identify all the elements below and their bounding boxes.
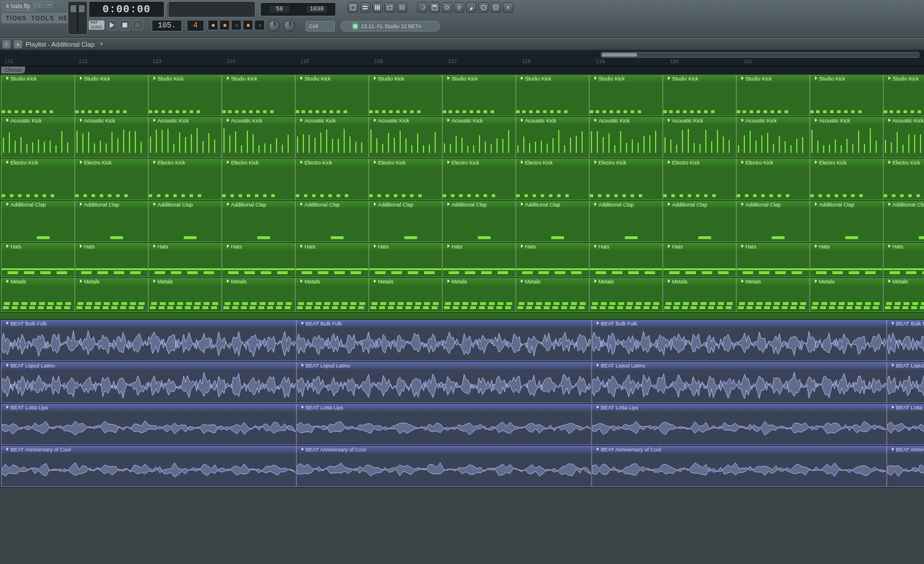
mixer-window-button[interactable] bbox=[397, 2, 407, 13]
pattern-clip[interactable]: Electro Kick bbox=[442, 159, 516, 200]
menu-options[interactable]: TIONS bbox=[4, 14, 29, 23]
pattern-clip[interactable]: Acoustic Kick bbox=[222, 117, 295, 158]
pattern-clip[interactable]: Electro Kick bbox=[75, 159, 148, 200]
pattern-clip[interactable]: Studio Kick bbox=[148, 75, 222, 116]
step-led-2[interactable] bbox=[219, 20, 230, 30]
playlist-grid[interactable]: Studio KickStudio KickStudio KickStudio … bbox=[0, 75, 924, 488]
pattern-clip[interactable]: Metals bbox=[369, 278, 442, 312]
pattern-clip[interactable]: Studio Kick bbox=[736, 75, 810, 116]
audio-clip[interactable]: BEAT Anniversary of Cool bbox=[887, 446, 924, 487]
pattern-clip[interactable]: Metals bbox=[883, 278, 924, 312]
pattern-clip[interactable]: Additional Clap bbox=[295, 201, 369, 242]
pattern-clip[interactable]: Additional Clap bbox=[442, 201, 516, 242]
pattern-clip[interactable]: Hats bbox=[736, 243, 810, 277]
pattern-clip[interactable]: Electro Kick bbox=[222, 159, 295, 200]
master-volume-fader[interactable] bbox=[68, 1, 88, 35]
wrench-button[interactable] bbox=[466, 2, 477, 13]
track-lane-electro-kick[interactable]: Electro KickElectro KickElectro KickElec… bbox=[0, 159, 924, 201]
timeline-ruler[interactable]: 111112113114115116117118119120121 bbox=[0, 50, 924, 66]
step-led-1[interactable] bbox=[208, 20, 218, 30]
playlist-window-button[interactable] bbox=[348, 2, 358, 13]
pattern-clip[interactable]: Electro Kick bbox=[589, 159, 663, 200]
pattern-clip[interactable]: Additional Clap bbox=[75, 201, 148, 242]
record-button[interactable] bbox=[132, 20, 143, 30]
pattern-clip[interactable]: Studio Kick bbox=[295, 75, 369, 116]
pattern-clip[interactable]: Electro Kick bbox=[148, 159, 222, 200]
pattern-clip[interactable]: Acoustic Kick bbox=[810, 117, 883, 158]
stop-button[interactable] bbox=[120, 20, 130, 30]
save-indicator-icon[interactable]: ▽ bbox=[35, 1, 43, 8]
undo-button[interactable] bbox=[417, 2, 428, 13]
pattern-clip[interactable]: Acoustic Kick bbox=[295, 117, 369, 158]
save-button[interactable] bbox=[429, 2, 440, 13]
playlist-title-bar[interactable]: ≡ ▸ Playlist - Additional Clap ▼ bbox=[0, 38, 924, 50]
audio-clip[interactable]: BEAT Bulk Fulk bbox=[1, 320, 296, 361]
pattern-clip[interactable]: Studio Kick bbox=[883, 75, 924, 116]
fader-handle[interactable] bbox=[71, 5, 85, 12]
pattern-clip[interactable]: Acoustic Kick bbox=[736, 117, 810, 158]
close-panel-button[interactable] bbox=[503, 2, 513, 13]
pattern-clip[interactable]: Additional Clap bbox=[663, 201, 736, 242]
audio-clip[interactable]: BEAT Lotta Lips bbox=[887, 404, 924, 445]
swing-knob[interactable] bbox=[284, 20, 295, 31]
pattern-clip[interactable]: Electro Kick bbox=[663, 159, 736, 200]
track-lane-hats[interactable]: HatsHatsHatsHatsHatsHatsHatsHatsHatsHats… bbox=[0, 243, 924, 278]
render-button[interactable] bbox=[442, 2, 452, 13]
pattern-clip[interactable]: Studio Kick bbox=[810, 75, 883, 116]
audio-clip[interactable]: BEAT Anniversary of Cool bbox=[296, 446, 592, 487]
pattern-clip[interactable]: Hats bbox=[663, 243, 736, 277]
pattern-clip[interactable]: Metals bbox=[1, 278, 75, 312]
transport-time-display[interactable]: 0:00:00 bbox=[89, 1, 164, 17]
pattern-clip[interactable]: Electro Kick bbox=[295, 159, 369, 200]
pattern-selector[interactable]: 13.11. FL Studio 12 BETA bbox=[341, 21, 440, 31]
audio-clip[interactable]: BEAT Anniversary of Cool bbox=[592, 446, 887, 487]
pianoroll-window-button[interactable] bbox=[372, 2, 383, 13]
horizontal-scrollbar[interactable] bbox=[601, 52, 919, 58]
play-button[interactable] bbox=[107, 20, 117, 30]
pattern-clip[interactable]: Metals bbox=[222, 278, 295, 312]
pattern-clip[interactable]: Acoustic Kick bbox=[148, 117, 222, 158]
pattern-number-display[interactable]: 4 bbox=[187, 20, 204, 31]
track-lane-beat-lotta-lips[interactable]: BEAT Lotta LipsBEAT Lotta LipsBEAT Lotta… bbox=[0, 404, 924, 446]
pattern-clip[interactable]: Studio Kick bbox=[516, 75, 589, 116]
track-lane-beat-bulk-fulk[interactable]: BEAT Bulk FulkBEAT Bulk FulkBEAT Bulk Fu… bbox=[0, 320, 924, 362]
pattern-clip[interactable]: Acoustic Kick bbox=[883, 117, 924, 158]
playlist-play-icon[interactable]: ▸ bbox=[14, 40, 22, 48]
step-led-5[interactable] bbox=[254, 20, 265, 30]
track-lane-studio-kick[interactable]: Studio KickStudio KickStudio KickStudio … bbox=[0, 75, 924, 117]
pattern-clip[interactable]: Electro Kick bbox=[1, 159, 75, 200]
audio-clip[interactable]: BEAT Bulk Fulk bbox=[296, 320, 592, 361]
step-led-3[interactable] bbox=[231, 20, 242, 30]
pattern-clip[interactable]: Acoustic Kick bbox=[369, 117, 442, 158]
undo-icon[interactable]: ↩ bbox=[45, 1, 53, 8]
pattern-clip[interactable]: Hats bbox=[1, 243, 75, 277]
pattern-clip[interactable]: Hats bbox=[222, 243, 295, 277]
pattern-clip[interactable]: Acoustic Kick bbox=[1, 117, 75, 158]
pattern-clip[interactable]: Studio Kick bbox=[663, 75, 736, 116]
audio-clip[interactable]: BEAT Liqiud Latino bbox=[1, 362, 296, 403]
timeline-marker-row[interactable]: Chorus bbox=[0, 66, 924, 75]
audio-clip[interactable]: BEAT Bulk Fulk bbox=[887, 320, 924, 361]
pattern-clip[interactable]: Hats bbox=[295, 243, 369, 277]
audio-clip[interactable]: BEAT Liqiud Latino bbox=[592, 362, 887, 403]
pattern-clip[interactable]: Electro Kick bbox=[883, 159, 924, 200]
midi-button[interactable] bbox=[478, 2, 489, 13]
pattern-clip[interactable]: Additional Clap bbox=[589, 201, 663, 242]
playlist-menu-icon[interactable]: ≡ bbox=[2, 40, 10, 48]
audio-clip[interactable]: BEAT Lotta Lips bbox=[296, 404, 592, 445]
pattern-clip[interactable]: Metals bbox=[295, 278, 369, 312]
stepseq-window-button[interactable] bbox=[360, 2, 370, 13]
pattern-clip[interactable]: Acoustic Kick bbox=[516, 117, 589, 158]
pattern-clip[interactable]: Hats bbox=[589, 243, 663, 277]
chevron-down-icon[interactable]: ▼ bbox=[99, 41, 104, 47]
pattern-clip[interactable]: Metals bbox=[148, 278, 222, 312]
pattern-clip[interactable]: Metals bbox=[589, 278, 663, 312]
pattern-clip[interactable]: Additional Clap bbox=[1, 201, 75, 242]
pattern-clip[interactable]: Metals bbox=[810, 278, 883, 312]
track-lane-beat-anniversary-of-cool[interactable]: BEAT Anniversary of CoolBEAT Anniversary… bbox=[0, 446, 924, 488]
track-lane-additional-clap[interactable]: Additional ClapAdditional ClapAdditional… bbox=[0, 201, 924, 243]
pattern-clip[interactable]: Acoustic Kick bbox=[75, 117, 148, 158]
step-led-4[interactable] bbox=[243, 20, 253, 30]
pattern-clip[interactable]: Acoustic Kick bbox=[663, 117, 736, 158]
pattern-clip[interactable]: Additional Clap bbox=[736, 201, 810, 242]
